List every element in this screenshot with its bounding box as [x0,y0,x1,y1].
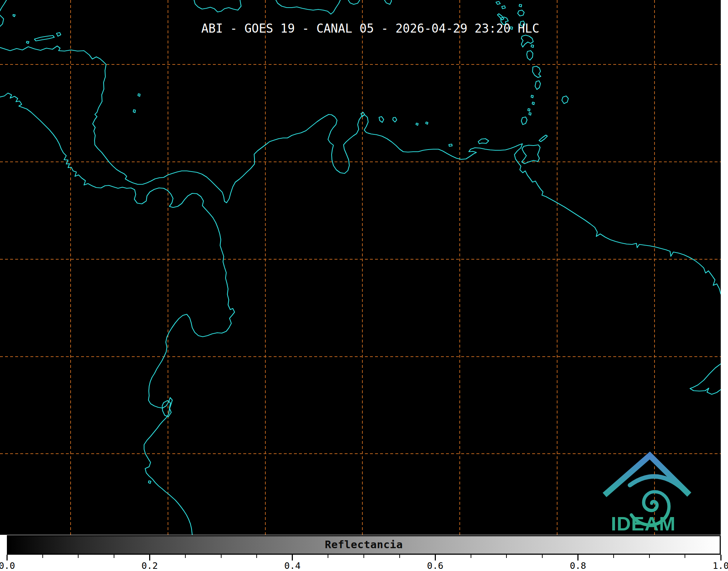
colorbar-major-tick [149,555,150,560]
colorbar-minor-tick [399,555,400,558]
colorbar-minor-tick [328,555,328,558]
reflectance-colorbar: Reflectancia [7,535,721,555]
colorbar-minor-tick [363,555,364,558]
abc-islands [361,112,428,125]
ideam-logo: IDEAM [605,455,689,534]
colorbar-tick-label: 0.2 [142,560,158,571]
st-vincent-grenadines [528,66,541,115]
colorbar-tick-label: 0.0 [0,560,15,571]
colorbar-major-tick [7,555,8,560]
logo-wordmark: IDEAM [611,513,676,534]
haiti-tiburon-coast [276,0,340,14]
colorbar-major-tick [435,555,436,560]
colorbar-minor-tick [506,555,507,558]
colorbar-tick-label: 1.0 [712,560,728,571]
colorbar-minor-tick [221,555,222,558]
colorbar-minor-tick [114,555,114,558]
lobos-island [148,481,151,483]
hispaniola-barahona-fragment [348,0,360,4]
tobago [539,135,547,142]
jamaica-south-coast [194,0,241,12]
pacific-coast-fonseca-to-peru [0,93,235,535]
colorbar-minor-tick [542,555,543,558]
colorbar-major-tick [720,555,721,560]
amazon-mouth-fragment [690,364,721,394]
colorbar-minor-tick [471,555,471,558]
satellite-image-viewer: IDEAM ABI - GOES 19 - CANAL 05 - 2026-04… [0,0,728,571]
trinidad [522,145,540,164]
belize-coast-fragments [0,0,15,26]
gridlines-layer [0,0,721,535]
grenada [521,117,527,125]
colorbar-tick-label: 0.8 [570,560,586,571]
margarita-tortuga [449,139,489,146]
map-canvas: IDEAM ABI - GOES 19 - CANAL 05 - 2026-04… [0,0,721,535]
st-lucia [527,51,533,60]
colorbar-major-tick [292,555,293,560]
colorbar-minor-tick [78,555,79,558]
coastlines-layer [0,0,721,535]
colorbar-tick-label: 0.6 [427,560,443,571]
colorbar-minor-tick [649,555,650,558]
colorbar-minor-tick [256,555,257,558]
colorbar-minor-tick [685,555,685,558]
island-fragment-top [384,0,391,4]
martinique [521,35,534,47]
colorbar-label: Reflectancia [325,538,403,551]
caribbean-coast-honduras-to-guianas [0,46,721,294]
colorbar-major-tick [577,555,578,560]
bay-islands [26,33,61,43]
colorbar-minor-tick [42,555,43,558]
colorbar-minor-tick [185,555,186,558]
colorbar-minor-tick [613,555,614,558]
colorbar-tick-label: 0.4 [284,560,300,571]
map-svg: IDEAM [0,0,721,535]
image-title: ABI - GOES 19 - CANAL 05 - 2026-04-29 23… [201,22,539,34]
barbados [562,96,568,104]
san-andres-providencia [133,94,140,113]
puna-island [162,400,171,417]
